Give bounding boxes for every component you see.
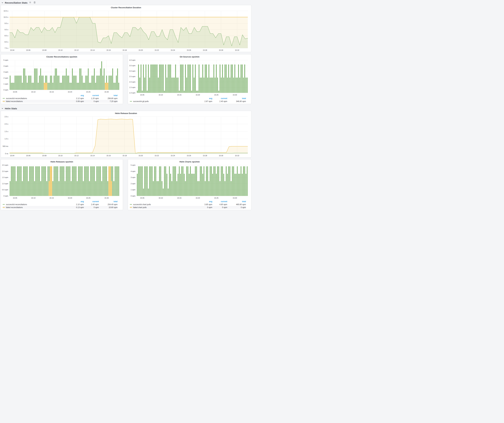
legend-avg-value: 0.13 opm xyxy=(69,206,84,209)
svg-text:15:04: 15:04 xyxy=(10,49,14,51)
svg-text:4 opm: 4 opm xyxy=(131,170,135,172)
legend-series-name[interactable]: successful reconciliations xyxy=(6,203,27,206)
svg-text:15:06: 15:06 xyxy=(26,155,30,157)
svg-text:3.0 opm: 3.0 opm xyxy=(129,70,135,72)
svg-text:15:30: 15:30 xyxy=(219,49,223,51)
legend-current-value: 0 opm xyxy=(212,206,227,209)
legend-current-value: 2.40 opm xyxy=(212,100,227,102)
legend-sort-avg[interactable]: avg xyxy=(69,94,84,97)
svg-text:1.5 s: 1.5 s xyxy=(5,130,8,132)
legend-total-value: 346.80 opm xyxy=(227,100,246,102)
svg-text:15:32: 15:32 xyxy=(235,49,239,51)
svg-text:15:30: 15:30 xyxy=(104,91,109,93)
svg-text:15:10: 15:10 xyxy=(31,197,36,199)
legend-avg-value: 0.06 opm xyxy=(69,100,84,102)
legend-series-name[interactable]: failed reconciliations xyxy=(6,206,23,209)
svg-text:9.5 s: 9.5 s xyxy=(5,23,8,24)
svg-text:1.5 opm: 1.5 opm xyxy=(129,86,135,88)
svg-text:2.5 s: 2.5 s xyxy=(5,116,8,118)
series-color-dash xyxy=(3,204,5,205)
section-header-reconciliation-stats[interactable]: Reconciliation Stats xyxy=(0,0,252,5)
section-delete-button[interactable] xyxy=(34,1,36,4)
section-header-helm-stats[interactable]: Helm Stats xyxy=(0,104,252,111)
helm-release-duration-chart[interactable]: 0 ns500 ms1.0 s1.5 s2.0 s2.5 s15:0415:06… xyxy=(1,115,250,157)
svg-text:15:12: 15:12 xyxy=(74,49,79,51)
panel-row: Helm Releases ops/min 0 opm0.5 opm1.0 op… xyxy=(1,159,251,210)
legend-header-row: avg current total xyxy=(130,97,246,100)
legend-sort-current[interactable]: current xyxy=(84,94,99,97)
legend-series-name[interactable]: successful reconciliations xyxy=(6,97,27,100)
panel-title[interactable]: Helm Releases ops/min xyxy=(1,159,123,163)
svg-text:15:26: 15:26 xyxy=(187,49,191,51)
panel-title[interactable]: Git Sources ops/min xyxy=(128,54,251,58)
chevron-down-icon xyxy=(1,108,3,109)
legend-sort-total[interactable]: total xyxy=(99,200,118,203)
svg-text:0 ns: 0 ns xyxy=(5,153,8,154)
svg-text:3.5 opm: 3.5 opm xyxy=(129,65,135,66)
legend-sort-avg[interactable]: avg xyxy=(69,200,84,203)
legend-series-name[interactable]: failed reconciliations xyxy=(6,100,23,102)
series-color-dash xyxy=(130,101,132,101)
legend-sort-total[interactable]: total xyxy=(227,200,246,203)
chevron-down-icon xyxy=(1,2,3,4)
legend-current-value: 1.20 opm xyxy=(84,97,99,100)
panel-helm-release-duration: Helm Release Duration 0 ns500 ms1.0 s1.5… xyxy=(1,111,251,158)
svg-text:15:30: 15:30 xyxy=(233,197,237,199)
legend-series-name[interactable]: failed chart pulls xyxy=(133,206,147,209)
svg-text:2.0 opm: 2.0 opm xyxy=(2,170,8,172)
svg-text:1.0 opm: 1.0 opm xyxy=(129,92,135,94)
panel-cluster-reconciliations-ops: Cluster Reconciliations ops/min 0 opm1 o… xyxy=(1,54,123,104)
svg-text:15:32: 15:32 xyxy=(235,155,239,157)
svg-text:15:26: 15:26 xyxy=(187,155,191,157)
panel-helm-charts-ops: Helm Charts ops/min 0 opm1 opm2 opm3 opm… xyxy=(128,159,251,210)
svg-text:15:10: 15:10 xyxy=(58,49,63,51)
git-sources-ops-chart[interactable]: 1.0 opm1.5 opm2.0 opm2.5 opm3.0 opm3.5 o… xyxy=(128,59,250,97)
legend-sort-total[interactable]: total xyxy=(99,94,118,97)
legend-row: successful reconciliations 2.10 opm 2.40… xyxy=(3,203,118,206)
legend-sort-current[interactable]: current xyxy=(212,97,227,100)
legend-current-value: 4.80 opm xyxy=(212,203,227,206)
cluster-reconciliations-ops-chart[interactable]: 0 opm1 opm2 opm3 opm4 opm5 opm15:0515:10… xyxy=(1,59,122,94)
helm-charts-ops-chart[interactable]: 0 opm1 opm2 opm3 opm4 opm5 opm15:0515:10… xyxy=(128,164,250,200)
svg-text:4.0 opm: 4.0 opm xyxy=(129,59,135,61)
panel-title[interactable]: Helm Charts ops/min xyxy=(128,159,251,163)
section-title: Reconciliation Stats xyxy=(5,1,27,4)
legend-total-value: 0 opm xyxy=(227,206,246,209)
svg-text:15:20: 15:20 xyxy=(138,155,143,157)
svg-text:15:04: 15:04 xyxy=(10,155,14,157)
svg-text:15:15: 15:15 xyxy=(49,197,54,199)
svg-text:15:10: 15:10 xyxy=(159,94,163,96)
legend-total-value: 256.80 opm xyxy=(99,97,118,100)
legend-row: successful reconciliations 2.12 opm 1.20… xyxy=(3,97,118,100)
legend-sort-total[interactable]: total xyxy=(227,97,246,100)
svg-text:2.5 opm: 2.5 opm xyxy=(2,164,8,166)
panel-title[interactable]: Helm Release Duration xyxy=(1,111,251,115)
panel-title[interactable]: Cluster Reconciliations ops/min xyxy=(1,54,123,58)
svg-text:15:16: 15:16 xyxy=(107,155,111,157)
svg-text:15:05: 15:05 xyxy=(13,91,17,93)
legend-sort-avg[interactable]: avg xyxy=(197,97,212,100)
cluster-reconciliation-duration-chart[interactable]: 7.5 s8.0 s8.5 s9.0 s9.5 s10.0 s10.5 s15:… xyxy=(1,9,250,52)
legend-sort-current[interactable]: current xyxy=(212,200,227,203)
svg-text:2 opm: 2 opm xyxy=(131,183,135,185)
series-color-dash xyxy=(3,101,5,101)
legend-row: failed reconciliations 0.06 opm 0 opm 7.… xyxy=(3,100,118,103)
legend-sort-avg[interactable]: avg xyxy=(197,200,212,203)
section-settings-button[interactable] xyxy=(29,1,31,4)
series-color-dash xyxy=(130,204,132,205)
legend-series-name[interactable]: successful git pulls xyxy=(133,100,149,102)
svg-text:8.5 s: 8.5 s xyxy=(5,35,8,37)
legend-header-row: avg current total xyxy=(3,94,118,97)
legend: avg current total successful git pulls 2… xyxy=(128,97,251,104)
section-title: Helm Stats xyxy=(5,107,17,110)
svg-text:15:20: 15:20 xyxy=(138,49,143,51)
helm-releases-ops-chart[interactable]: 0 opm0.5 opm1.0 opm1.5 opm2.0 opm2.5 opm… xyxy=(1,164,122,200)
legend-sort-current[interactable]: current xyxy=(84,200,99,203)
legend: avg current total successful reconciliat… xyxy=(1,94,123,104)
svg-text:7.5 s: 7.5 s xyxy=(5,47,8,49)
panel-title[interactable]: Cluster Reconciliation Duration xyxy=(1,5,251,9)
series-color-dash xyxy=(130,207,132,208)
legend-series-name[interactable]: successful chart pulls xyxy=(133,203,151,206)
svg-text:15:15: 15:15 xyxy=(177,197,181,199)
legend: avg current total successful reconciliat… xyxy=(1,200,123,210)
